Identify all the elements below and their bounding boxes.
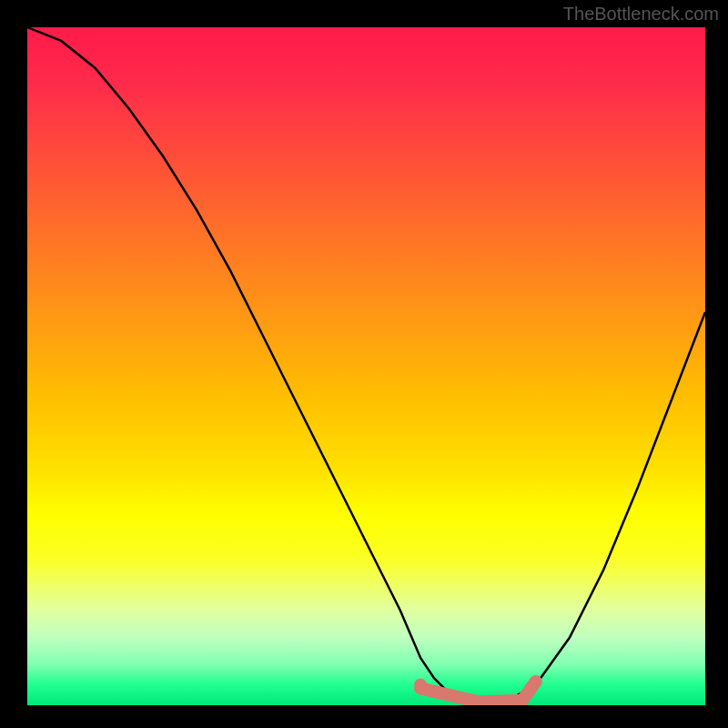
optimal-zone-marker xyxy=(27,27,705,705)
watermark-text: TheBottleneck.com xyxy=(563,4,719,25)
svg-point-0 xyxy=(414,679,427,692)
chart-plot-area xyxy=(27,27,705,705)
